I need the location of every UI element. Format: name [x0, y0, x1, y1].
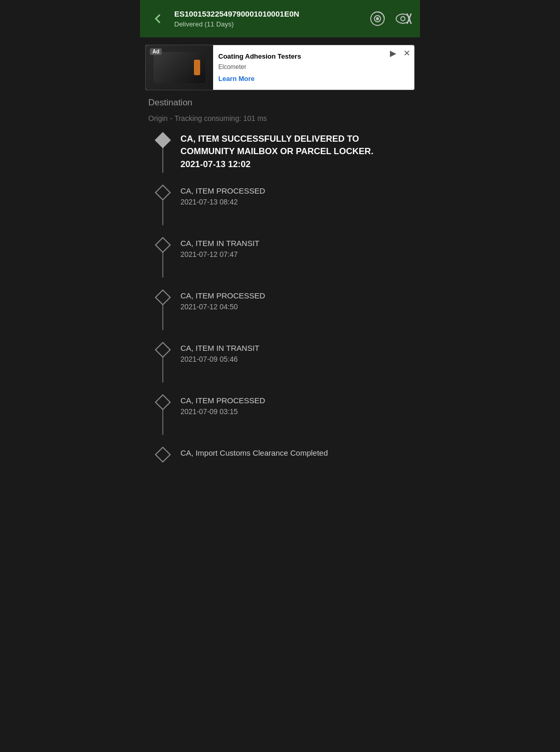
- timeline-item: CA, Import Customs Clearance Completed: [148, 447, 412, 460]
- ad-title: Coating Adhesion Testers: [218, 52, 409, 61]
- close-eye-button[interactable]: [394, 9, 413, 28]
- svg-point-2: [376, 18, 379, 20]
- timeline-event: CA, ITEM IN TRANSIT: [180, 343, 412, 353]
- timeline-content: CA, ITEM SUCCESSFULLY DELIVERED TO COMMU…: [177, 133, 412, 170]
- timeline-line: [162, 147, 163, 173]
- timeline-date: 2021-07-13 08:42: [180, 198, 412, 206]
- timeline-item: CA, ITEM PROCESSED 2021-07-13 08:42: [148, 185, 412, 225]
- timeline-event: CA, ITEM IN TRANSIT: [180, 238, 412, 249]
- timeline-diamond: [155, 237, 171, 253]
- timeline-item: CA, ITEM PROCESSED 2021-07-09 03:15: [148, 395, 412, 435]
- content-area: Destination Origin - Tracking consuming:…: [140, 98, 420, 460]
- timeline-left: [148, 395, 177, 435]
- timeline-content: CA, ITEM IN TRANSIT 2021-07-09 05:46: [177, 343, 412, 363]
- header-info: ES10015322549790001010001E0N Delivered (…: [174, 9, 362, 28]
- destination-label: Destination: [148, 98, 412, 108]
- timeline-content: CA, ITEM PROCESSED 2021-07-13 08:42: [177, 185, 412, 206]
- ad-learn-more-button[interactable]: Learn More: [218, 75, 409, 83]
- timeline-date: 2021-07-12 04:50: [180, 303, 412, 311]
- tracking-consume-info: - Tracking consuming: 101 ms: [170, 114, 267, 122]
- tracking-number: ES10015322549790001010001E0N: [174, 9, 362, 19]
- timeline-date: 2021-07-09 05:46: [180, 355, 412, 363]
- timeline-line: [162, 304, 163, 330]
- timeline-content: CA, ITEM IN TRANSIT 2021-07-12 07:47: [177, 238, 412, 258]
- timeline-left: [148, 238, 177, 278]
- ad-close-button[interactable]: ✕: [401, 47, 412, 59]
- timeline-event: CA, ITEM PROCESSED: [180, 185, 412, 196]
- timeline-diamond: [155, 341, 171, 358]
- timeline-diamond: [155, 132, 171, 148]
- header-icons: [368, 9, 413, 28]
- timeline: CA, ITEM SUCCESSFULLY DELIVERED TO COMMU…: [148, 133, 412, 460]
- timeline-content: CA, ITEM PROCESSED 2021-07-09 03:15: [177, 395, 412, 416]
- timeline-date: 2021-07-12 07:47: [180, 250, 412, 258]
- timeline-item: CA, ITEM IN TRANSIT 2021-07-12 07:47: [148, 238, 412, 278]
- timeline-item: CA, ITEM PROCESSED 2021-07-12 04:50: [148, 290, 412, 330]
- ad-company: Elcometer: [218, 63, 409, 71]
- back-button[interactable]: [147, 8, 168, 29]
- timeline-diamond: [155, 289, 171, 305]
- timeline-line: [162, 357, 163, 382]
- timeline-item: CA, ITEM SUCCESSFULLY DELIVERED TO COMMU…: [148, 133, 412, 173]
- ad-label: Ad: [150, 48, 162, 55]
- timeline-left: [148, 290, 177, 330]
- ad-banner: Ad Coating Adhesion Testers Elcometer Le…: [145, 45, 415, 90]
- origin-label: Origin - Tracking consuming: 101 ms: [148, 113, 412, 124]
- timeline-line: [162, 409, 163, 435]
- ad-content: Coating Adhesion Testers Elcometer Learn…: [213, 48, 414, 87]
- ad-close-area: ▶ ✕: [387, 47, 412, 59]
- ad-play-button[interactable]: ▶: [387, 47, 399, 59]
- play-circle-button[interactable]: [368, 9, 387, 28]
- timeline-item: CA, ITEM IN TRANSIT 2021-07-09 05:46: [148, 343, 412, 382]
- timeline-line: [162, 199, 163, 225]
- timeline-diamond: [155, 394, 171, 410]
- timeline-content: CA, Import Customs Clearance Completed: [177, 447, 412, 458]
- timeline-left: [148, 343, 177, 382]
- timeline-event: CA, Import Customs Clearance Completed: [180, 447, 412, 458]
- timeline-content: CA, ITEM PROCESSED 2021-07-12 04:50: [177, 290, 412, 311]
- timeline-left: [148, 447, 177, 460]
- ad-device-image: [153, 52, 205, 83]
- timeline-left: [148, 185, 177, 225]
- timeline-event: CA, ITEM PROCESSED: [180, 395, 412, 406]
- timeline-left: [148, 133, 177, 173]
- timeline-event: CA, ITEM SUCCESSFULLY DELIVERED TO COMMU…: [180, 133, 412, 158]
- timeline-date: 2021-07-09 03:15: [180, 407, 412, 416]
- timeline-diamond: [155, 446, 171, 462]
- header: ES10015322549790001010001E0N Delivered (…: [140, 0, 420, 37]
- status-text: Delivered (11 Days): [174, 20, 362, 28]
- timeline-diamond: [155, 184, 171, 200]
- timeline-event: CA, ITEM PROCESSED: [180, 290, 412, 301]
- timeline-line: [162, 252, 163, 278]
- svg-point-4: [401, 17, 405, 21]
- timeline-date: 2021-07-13 12:02: [180, 159, 412, 170]
